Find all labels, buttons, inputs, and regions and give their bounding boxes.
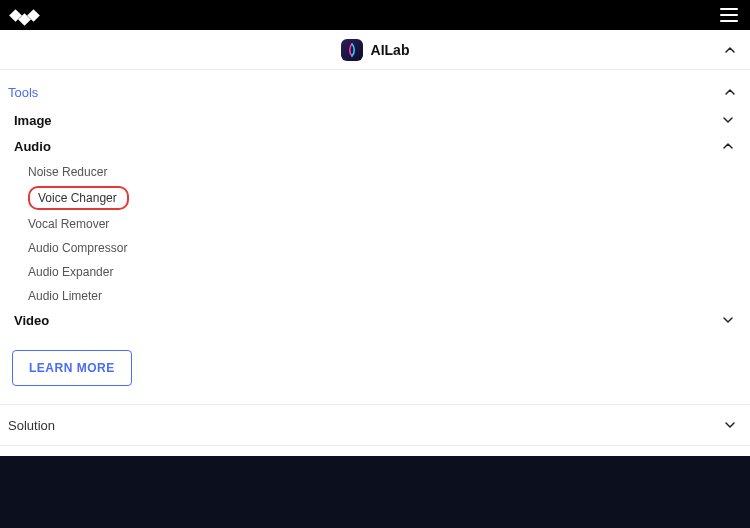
brand-logo[interactable] — [12, 11, 37, 20]
category-label: Audio — [14, 139, 51, 154]
audio-sub-list: Noise Reducer Voice Changer Vocal Remove… — [8, 160, 742, 308]
ailab-header[interactable]: AILab — [0, 30, 750, 70]
page-footer — [0, 456, 750, 528]
sub-item-vocal-remover[interactable]: Vocal Remover — [28, 212, 742, 236]
category-audio[interactable]: Audio — [8, 134, 742, 160]
solution-link[interactable]: Solution — [8, 405, 742, 445]
sub-item-voice-changer[interactable]: Voice Changer — [28, 186, 129, 210]
sub-item-noise-reducer[interactable]: Noise Reducer — [28, 160, 742, 184]
menu-icon[interactable] — [716, 4, 742, 26]
content-area: Tools Image Audio Noise Reducer Voice Ch… — [0, 70, 750, 485]
chevron-up-icon — [722, 84, 738, 100]
chevron-up-icon — [720, 138, 736, 154]
category-label: Video — [14, 313, 49, 328]
sub-item-audio-limeter[interactable]: Audio Limeter — [28, 284, 742, 308]
chevron-down-icon — [722, 417, 738, 433]
learn-more-button[interactable]: LEARN MORE — [12, 350, 132, 386]
chevron-up-icon — [722, 42, 738, 58]
ailab-icon — [341, 39, 363, 61]
chevron-down-icon — [720, 312, 736, 328]
ailab-title: AILab — [371, 42, 410, 58]
tools-section[interactable]: Tools — [8, 80, 742, 108]
solution-label: Solution — [8, 418, 55, 433]
category-image[interactable]: Image — [8, 108, 742, 134]
sub-item-audio-expander[interactable]: Audio Expander — [28, 260, 742, 284]
category-label: Image — [14, 113, 52, 128]
chevron-down-icon — [720, 112, 736, 128]
sub-item-audio-compressor[interactable]: Audio Compressor — [28, 236, 742, 260]
top-bar — [0, 0, 750, 30]
category-video[interactable]: Video — [8, 308, 742, 334]
tools-link[interactable]: Tools — [8, 85, 38, 100]
